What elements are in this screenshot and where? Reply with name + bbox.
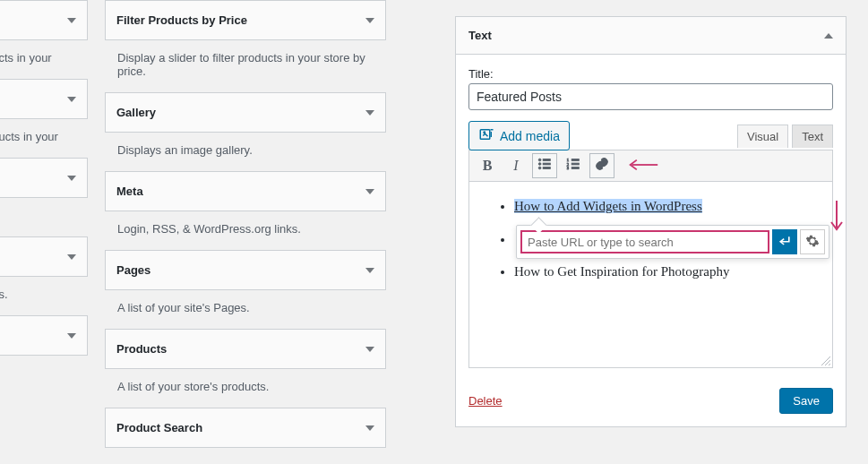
title-label: Title: bbox=[468, 67, 833, 81]
svg-point-2 bbox=[538, 159, 541, 161]
annotation-arrow-left bbox=[627, 157, 659, 176]
media-icon bbox=[478, 126, 494, 145]
gear-icon bbox=[805, 234, 820, 251]
svg-point-4 bbox=[538, 167, 541, 169]
widget-title: Gallery bbox=[116, 106, 156, 119]
tab-visual[interactable]: Visual bbox=[737, 125, 788, 148]
widget-item[interactable] bbox=[0, 315, 88, 356]
widget-desc: A list of your site's Pages. bbox=[105, 301, 386, 329]
list-ul-icon bbox=[537, 156, 553, 176]
widget-editor-panel: Text Title: Add media Visual Text B I bbox=[455, 16, 847, 427]
svg-point-3 bbox=[538, 163, 541, 166]
title-input[interactable] bbox=[468, 83, 833, 110]
caret-down-icon bbox=[365, 347, 374, 352]
widget-desc: Login, RSS, & WordPress.org links. bbox=[105, 222, 386, 250]
svg-rect-13 bbox=[572, 168, 579, 169]
apply-link-button[interactable] bbox=[772, 229, 797, 254]
bulleted-list-button[interactable] bbox=[532, 153, 557, 178]
editor-content[interactable]: How to Add Widgets in WordPress How to G… bbox=[468, 182, 833, 368]
italic-button[interactable]: I bbox=[503, 153, 529, 178]
numbered-list-button[interactable]: 123 bbox=[561, 153, 586, 178]
widget-gallery[interactable]: Gallery bbox=[105, 92, 386, 133]
widget-item[interactable] bbox=[0, 79, 88, 119]
widget-desc: ar. bbox=[0, 209, 88, 236]
caret-down-icon bbox=[67, 254, 76, 260]
widget-title: Meta bbox=[116, 185, 143, 198]
caret-down-icon bbox=[365, 268, 374, 273]
widget-desc: ducts in your bbox=[0, 51, 88, 79]
widget-products[interactable]: Products bbox=[105, 329, 386, 369]
widget-item[interactable] bbox=[0, 0, 88, 40]
svg-rect-6 bbox=[543, 163, 550, 165]
widget-desc: Displays an image gallery. bbox=[105, 143, 386, 171]
caret-down-icon bbox=[365, 18, 374, 23]
widget-pages[interactable]: Pages bbox=[105, 250, 386, 290]
add-media-label: Add media bbox=[500, 129, 560, 143]
caret-down-icon bbox=[67, 18, 76, 23]
caret-down-icon bbox=[365, 110, 374, 116]
list-item[interactable]: How to Add Widgets in WordPress bbox=[514, 196, 816, 217]
caret-up-icon bbox=[824, 33, 833, 39]
svg-point-1 bbox=[484, 132, 486, 133]
caret-down-icon bbox=[67, 333, 76, 339]
svg-rect-11 bbox=[572, 159, 579, 161]
link-url-input[interactable] bbox=[520, 230, 769, 253]
widget-item[interactable] bbox=[0, 236, 88, 277]
widget-desc: oducts in your bbox=[0, 130, 88, 158]
selected-text: How to Add Widgets in WordPress bbox=[514, 199, 702, 213]
link-button[interactable] bbox=[589, 153, 614, 178]
widget-filter-price[interactable]: Filter Products by Price bbox=[105, 0, 386, 40]
widget-title: Product Search bbox=[116, 421, 202, 434]
widget-desc: A list of your store's products. bbox=[105, 380, 386, 408]
caret-down-icon bbox=[365, 425, 374, 431]
link-settings-button[interactable] bbox=[800, 229, 825, 254]
panel-title: Text bbox=[468, 29, 492, 42]
caret-down-icon bbox=[67, 176, 76, 181]
svg-line-18 bbox=[829, 364, 830, 365]
widget-desc: ries. bbox=[0, 288, 88, 315]
widget-item[interactable] bbox=[0, 158, 88, 198]
editor-toolbar: B I 123 bbox=[468, 150, 833, 182]
bold-button[interactable]: B bbox=[475, 153, 500, 178]
list-item[interactable]: How to Get Inspiration for Photography bbox=[514, 262, 816, 282]
svg-text:3: 3 bbox=[567, 166, 570, 170]
svg-rect-5 bbox=[543, 159, 550, 161]
annotation-arrow-down bbox=[827, 199, 847, 238]
link-popover bbox=[516, 225, 829, 259]
link-icon bbox=[594, 156, 610, 176]
widget-title: Filter Products by Price bbox=[116, 13, 247, 27]
caret-down-icon bbox=[67, 97, 76, 102]
widget-title: Pages bbox=[116, 263, 150, 277]
widget-meta[interactable]: Meta bbox=[105, 171, 386, 211]
resize-handle-icon[interactable] bbox=[819, 354, 831, 366]
enter-icon bbox=[778, 234, 792, 251]
svg-rect-12 bbox=[572, 163, 579, 165]
tab-text[interactable]: Text bbox=[792, 125, 833, 148]
list-ol-icon: 123 bbox=[565, 156, 581, 176]
widget-desc: Display a slider to filter products in y… bbox=[105, 51, 386, 92]
svg-rect-7 bbox=[543, 168, 550, 169]
widget-title: Products bbox=[116, 342, 167, 356]
delete-link[interactable]: Delete bbox=[468, 394, 503, 408]
panel-header[interactable]: Text bbox=[456, 17, 846, 55]
save-button[interactable]: Save bbox=[779, 388, 833, 414]
widget-product-search[interactable]: Product Search bbox=[105, 408, 386, 448]
add-media-button[interactable]: Add media bbox=[468, 121, 570, 150]
caret-down-icon bbox=[365, 189, 374, 194]
